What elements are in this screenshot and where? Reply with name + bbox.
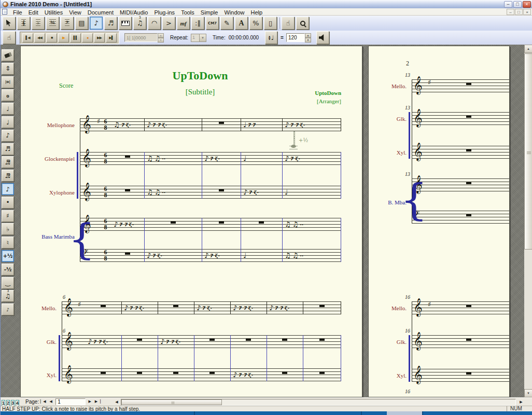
horizontal-scrollbar[interactable]: [121, 399, 516, 406]
measure[interactable]: ♩: [282, 186, 341, 199]
tempo-field[interactable]: [286, 33, 305, 42]
measure[interactable]: ♩: [241, 249, 282, 262]
measure[interactable]: [202, 118, 241, 131]
view-layout-button-2[interactable]: 2: [6, 400, 10, 406]
menu-item-view[interactable]: View: [66, 9, 85, 16]
whole-note-button[interactable]: o: [2, 89, 14, 101]
view-layout-button-4[interactable]: 4: [16, 400, 19, 406]
measure[interactable]: ♩77: [241, 118, 282, 131]
measure[interactable]: [158, 368, 194, 381]
hyperscribe-tool-button[interactable]: [119, 17, 132, 30]
measure[interactable]: [303, 301, 341, 314]
mdi-minimize-button[interactable]: –: [507, 9, 514, 15]
sixtyfourth-note-button[interactable]: ♬: [2, 170, 14, 182]
measure[interactable]: [158, 301, 194, 314]
half-note-button[interactable]: ♩: [2, 103, 14, 115]
measure-position-spinner[interactable]: ▲▼: [158, 33, 164, 42]
view-layout-button-3[interactable]: 3: [11, 400, 15, 406]
staff-tool-button[interactable]: 𝄞: [17, 17, 30, 30]
tuplet-entry-tool-button[interactable]: ♫: [2, 290, 14, 302]
measure[interactable]: ♫♫··: [282, 249, 341, 262]
hand-grabber-tool-button[interactable]: ☝: [282, 17, 295, 30]
measure[interactable]: ♫♫··: [144, 186, 202, 199]
measure[interactable]: [303, 335, 341, 348]
menu-item-tools[interactable]: Tools: [178, 9, 198, 16]
measure[interactable]: [111, 186, 144, 199]
go-to-beginning-button[interactable]: ▌◀: [22, 33, 33, 43]
measure-position-field[interactable]: [124, 33, 158, 42]
measure[interactable]: ♪7ζ·: [241, 186, 282, 199]
selected-duration-note-button[interactable]: ♪: [2, 183, 14, 195]
measure[interactable]: [194, 368, 230, 381]
measure[interactable]: [111, 152, 144, 165]
mdi-restore-button[interactable]: □: [515, 9, 523, 15]
measure[interactable]: [303, 368, 341, 381]
measure[interactable]: [202, 186, 241, 199]
menu-item-midiaudio[interactable]: MIDI/Audio: [117, 9, 151, 16]
pause-button[interactable]: ▌▌: [70, 33, 81, 43]
menu-item-help[interactable]: Help: [248, 9, 266, 16]
hand-pointer-button[interactable]: ☝: [3, 31, 16, 44]
measure[interactable]: [267, 368, 303, 381]
measure[interactable]: [194, 335, 230, 348]
measure[interactable]: ♪77ζ·: [144, 118, 202, 131]
augmentation-dot-button[interactable]: •: [2, 197, 14, 209]
close-button[interactable]: ×: [523, 1, 531, 8]
measure[interactable]: [413, 301, 509, 314]
menu-item-plugins[interactable]: Plug-ins: [151, 9, 178, 16]
page-number-field[interactable]: [55, 398, 86, 405]
measure[interactable]: [202, 218, 241, 231]
horizontal-scroll-thumb[interactable]: [121, 399, 222, 405]
measure[interactable]: [121, 368, 158, 381]
lyrics-text-tool-button[interactable]: A: [235, 17, 248, 30]
menu-item-window[interactable]: Window: [221, 9, 247, 16]
record-button[interactable]: ●: [82, 33, 93, 43]
measure[interactable]: ♪77ζ·: [85, 335, 121, 348]
special-tools-button[interactable]: ✎: [220, 17, 233, 30]
previous-page-button[interactable]: ◀: [47, 398, 54, 405]
first-page-button[interactable]: ▏◀: [39, 398, 47, 405]
menu-item-simple[interactable]: Simple: [198, 9, 221, 16]
tie-tool-button[interactable]: ‿: [2, 277, 14, 289]
speaker-button[interactable]: [316, 31, 329, 44]
play-button[interactable]: ▶: [58, 33, 69, 43]
measure[interactable]: [230, 335, 267, 348]
tempo-spinner[interactable]: ▲▼: [305, 33, 311, 42]
menu-item-document[interactable]: Document: [85, 9, 117, 16]
natural-button[interactable]: ♮: [2, 237, 14, 248]
measure[interactable]: ♪77ζ·: [230, 368, 267, 381]
measure[interactable]: [241, 218, 282, 231]
measure[interactable]: [85, 301, 121, 314]
vertical-scrollbar[interactable]: ▲ ▼: [524, 45, 532, 397]
pitch-interval-tool-button[interactable]: ⇕: [2, 63, 14, 75]
measure[interactable]: ♪7ζ·: [194, 301, 230, 314]
measure[interactable]: ♪77ζ·: [158, 335, 194, 348]
stop-button[interactable]: ■: [46, 33, 57, 43]
articulation-tool-button[interactable]: >: [162, 17, 175, 30]
view-layout-button-1[interactable]: 1: [2, 400, 5, 406]
time-signature-tool-button[interactable]: ¾: [46, 17, 59, 30]
double-whole-note-button[interactable]: |o|: [2, 76, 14, 88]
repeat-select[interactable]: 1 ▼: [191, 34, 206, 42]
measure[interactable]: [413, 146, 509, 159]
key-signature-tool-button[interactable]: ♭: [32, 17, 45, 30]
selection-tool-button[interactable]: [3, 17, 16, 30]
scroll-right-arrow[interactable]: ▶: [517, 399, 525, 406]
repeat-tool-button[interactable]: :‖: [191, 17, 204, 30]
tempo-note-button[interactable]: ▲▼ ♩: [265, 31, 277, 44]
measure[interactable]: ♪77ζ·: [282, 118, 341, 131]
measure[interactable]: [85, 368, 121, 381]
measure[interactable]: ♪77ζ·: [230, 301, 267, 314]
measure[interactable]: ♫♫··: [144, 152, 202, 165]
rewind-button[interactable]: ◀◀: [34, 33, 45, 43]
menu-item-utilities[interactable]: Utilities: [41, 9, 66, 16]
eraser-tool-button[interactable]: [2, 49, 14, 61]
measure[interactable]: [267, 335, 303, 348]
speedy-entry-tool-button[interactable]: ♬: [104, 17, 117, 30]
chord-tool-button[interactable]: CM7: [206, 17, 219, 30]
measure[interactable]: [144, 218, 202, 231]
measure[interactable]: ♪7ζ·: [144, 249, 202, 262]
measure[interactable]: ♩: [241, 152, 282, 165]
fast-forward-button[interactable]: ▶▶: [94, 33, 105, 43]
measure[interactable]: [111, 249, 144, 262]
